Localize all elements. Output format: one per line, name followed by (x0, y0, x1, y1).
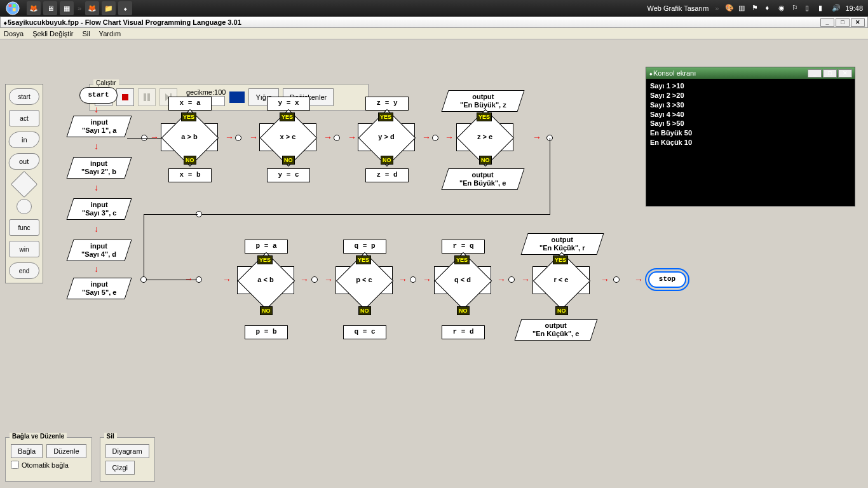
console-max[interactable]: □ (823, 69, 837, 78)
connector[interactable] (334, 135, 340, 141)
node-in1[interactable]: input "Sayı 1", a (66, 116, 132, 137)
console-close[interactable]: ✕ (838, 69, 852, 78)
console-window[interactable]: ⬥ Konsol ekranı _ □ ✕ Sayı 1 >10 Sayı 2 … (646, 67, 855, 207)
menu-yardim[interactable]: Yardım (99, 30, 121, 37)
node-rd[interactable]: r = d (442, 325, 485, 339)
node-outbe[interactable]: output "En Büyük", e (441, 168, 524, 190)
sil-panel: Sil Diyagram Çizgi (100, 437, 155, 482)
node-in4[interactable]: input "Sayı 4", d (66, 240, 132, 261)
tray-icon-5[interactable]: ▯ (805, 4, 815, 13)
window-title: 5sayikucukbuyuk.fpp - Flow Chart Visual … (8, 18, 241, 26)
tool-end[interactable]: end (9, 262, 39, 279)
cizgi-button[interactable]: Çizgi (105, 461, 135, 475)
tray-volume-icon[interactable]: 🔊 (832, 4, 841, 13)
connector[interactable] (235, 135, 241, 141)
svg-rect-1 (9, 4, 12, 8)
node-xa[interactable]: x = a (168, 97, 212, 111)
menu-dosya[interactable]: Dosya (4, 30, 24, 37)
start-orb[interactable] (0, 0, 25, 17)
node-xb[interactable]: x = b (168, 168, 212, 182)
tag-no: NO (184, 156, 196, 165)
node-ze[interactable]: z > e (456, 123, 513, 151)
task-desktop[interactable]: 🖥 (43, 1, 57, 15)
menu-sekli[interactable]: Şekli Değiştir (32, 30, 73, 37)
node-outbz[interactable]: output "En Büyük", z (441, 90, 524, 112)
node-in5[interactable]: input "Sayı 5", e (66, 278, 132, 299)
node-outkr[interactable]: output "En Küçük", r (520, 233, 604, 255)
task-firefox-2[interactable]: 🦊 (85, 1, 99, 15)
tool-win[interactable]: win (9, 241, 39, 257)
toolbox: start act in out func win end (5, 84, 43, 283)
node-yd[interactable]: y > d (358, 123, 415, 151)
eu-flag-icon[interactable] (229, 92, 245, 103)
tray-icon-4[interactable]: ◉ (778, 4, 788, 13)
node-in2[interactable]: input "Sayı 2", b (66, 157, 132, 179)
bagla-button[interactable]: Bağla (11, 444, 43, 458)
bagla-legend: Bağla ve Düzenle (10, 433, 67, 440)
taskbar-web-text[interactable]: Web Grafik Tasarım (648, 4, 709, 12)
node-yx[interactable]: y = x (267, 97, 310, 111)
connector[interactable] (432, 135, 438, 141)
node-outke[interactable]: output "En Küçük", e (514, 319, 597, 341)
pause-button[interactable] (138, 88, 156, 106)
tray-battery-icon[interactable]: ▮ (818, 4, 828, 13)
console-min[interactable]: _ (808, 69, 822, 78)
minimize-button[interactable]: _ (820, 18, 834, 27)
task-app[interactable]: ▦ (60, 1, 74, 15)
delay-label: gecikme: (186, 88, 214, 96)
window-titlebar: ⬥ 5sayikucukbuyuk.fpp - Flow Chart Visua… (0, 17, 868, 28)
node-zd[interactable]: z = d (365, 168, 409, 182)
task-firefox-1[interactable]: 🦊 (27, 1, 41, 15)
tool-start[interactable]: start (9, 88, 39, 105)
tray-palette-icon[interactable]: 🎨 (725, 4, 735, 13)
console-titlebar[interactable]: ⬥ Konsol ekranı _ □ ✕ (646, 67, 855, 79)
node-start[interactable]: start (79, 87, 118, 104)
node-qp[interactable]: q = p (343, 240, 386, 254)
menubar: Dosya Şekli Değiştir Sil Yardım (0, 28, 868, 39)
node-in3[interactable]: input "Sayı 3", c (66, 198, 132, 220)
maximize-button[interactable]: □ (836, 18, 850, 27)
node-zy[interactable]: z = y (365, 97, 409, 111)
task-explorer[interactable]: 📁 (102, 1, 116, 15)
tray-icon-3[interactable]: ♦ (765, 4, 775, 13)
tray-icon-2[interactable]: ⚑ (752, 4, 761, 13)
tool-act[interactable]: act (9, 110, 39, 126)
tray-icon-1[interactable]: ▥ (738, 4, 748, 13)
node-xc[interactable]: x > c (259, 123, 316, 151)
close-button[interactable]: ✕ (851, 18, 865, 27)
connector[interactable] (410, 276, 416, 283)
node-stop[interactable]: stop (648, 271, 686, 288)
run-legend: Çalıştır (93, 79, 119, 86)
node-qld[interactable]: q < d (434, 266, 491, 294)
clock[interactable]: 19:48 (845, 4, 863, 12)
duzenle-button[interactable]: Düzenle (46, 444, 86, 458)
stop-button[interactable] (116, 88, 134, 106)
node-ab[interactable]: a > b (161, 123, 218, 151)
task-flowchart[interactable]: ⬥ (118, 1, 132, 15)
node-plc[interactable]: p < c (336, 266, 393, 294)
node-rq[interactable]: r = q (442, 240, 485, 254)
tool-connector[interactable] (17, 199, 32, 214)
menu-sil[interactable]: Sil (82, 30, 90, 37)
connector[interactable] (508, 276, 515, 283)
svg-rect-8 (147, 93, 150, 101)
node-rle[interactable]: r < e (532, 266, 590, 294)
tag-yes: YES (181, 112, 196, 121)
taskbar: 🦊 🖥 ▦ » 🦊 📁 ⬥ Web Grafik Tasarım » 🎨 ▥ ⚑… (0, 0, 868, 17)
node-alb[interactable]: a < b (237, 266, 294, 294)
tool-func[interactable]: func (9, 219, 39, 236)
node-pa[interactable]: p = a (245, 240, 288, 254)
connector[interactable] (613, 276, 620, 283)
node-yc[interactable]: y = c (267, 168, 310, 182)
node-pb[interactable]: p = b (245, 325, 288, 339)
tool-out[interactable]: out (7, 153, 41, 170)
tool-in[interactable]: in (7, 132, 41, 148)
svg-rect-6 (122, 94, 128, 100)
oto-bagla-checkbox[interactable]: Otomatik bağla (11, 461, 86, 469)
tool-decision[interactable] (11, 171, 37, 198)
tray-flag-icon[interactable]: ⚐ (792, 4, 801, 13)
diyagram-button[interactable]: Diyagram (105, 444, 149, 458)
node-qc[interactable]: q = c (343, 325, 386, 339)
console-title: Konsol ekranı (653, 69, 696, 77)
connector[interactable] (311, 276, 318, 283)
